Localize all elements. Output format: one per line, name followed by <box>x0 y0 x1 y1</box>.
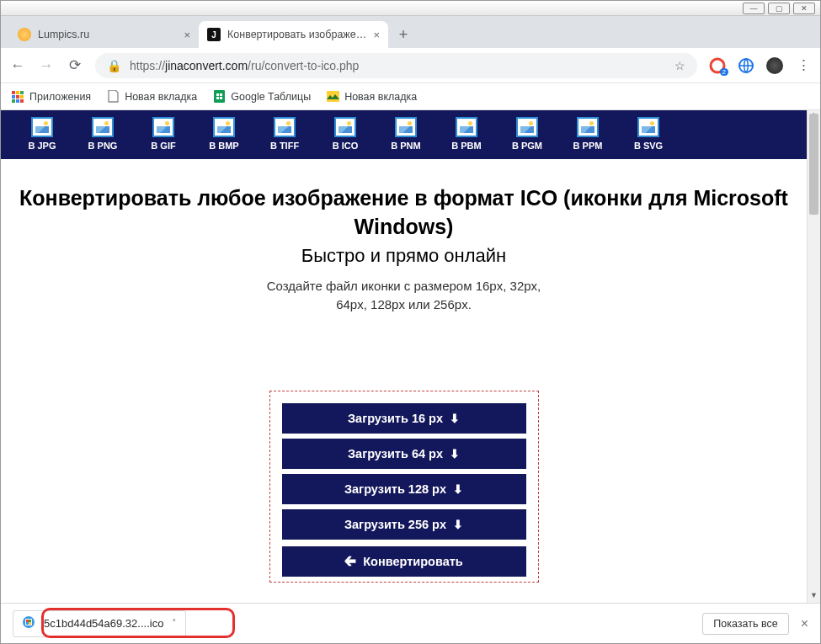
image-icon <box>334 117 356 137</box>
new-tab-button[interactable]: + <box>392 23 415 46</box>
page-icon <box>106 90 120 104</box>
svg-rect-19 <box>29 620 31 622</box>
back-button[interactable]: ← <box>9 57 26 74</box>
apps-icon <box>11 90 24 104</box>
download-label: Загрузить 256 px <box>344 518 446 531</box>
download-128px-button[interactable]: Загрузить 128 px ⬇ <box>282 474 526 504</box>
tab-strip: Lumpics.ru × J Конвертировать изображени… <box>1 16 820 48</box>
image-icon <box>577 117 599 137</box>
svg-rect-15 <box>327 91 339 102</box>
format-label: В PPM <box>573 141 603 151</box>
download-icon: ⬇ <box>453 482 463 496</box>
format-label: В PBM <box>451 141 481 151</box>
format-label: В ICO <box>333 141 359 151</box>
svg-rect-18 <box>26 620 29 622</box>
reload-button[interactable]: ⟳ <box>67 56 83 74</box>
downloaded-file-name: 5c1bd44d54a69.32....ico <box>44 617 163 630</box>
image-icon <box>395 117 417 137</box>
svg-rect-20 <box>26 622 29 625</box>
bookmark-label: Новая вкладка <box>344 91 417 103</box>
format-nav: В JPG В PNG В GIF В BMP В TIFF В ICO В P… <box>1 110 820 159</box>
download-256px-button[interactable]: Загрузить 256 px ⬇ <box>282 509 526 540</box>
bookmark-label: Google Таблицы <box>231 91 311 103</box>
bookmark-star-icon[interactable]: ☆ <box>674 59 685 72</box>
tab-title: Конвертировать изображения <box>227 29 366 40</box>
format-ppm[interactable]: В PPM <box>560 117 616 151</box>
download-64px-button[interactable]: Загрузить 64 px ⬇ <box>282 439 526 469</box>
download-label: Загрузить 16 px <box>348 412 443 425</box>
file-icon <box>22 615 35 631</box>
svg-rect-9 <box>16 99 19 103</box>
bookmark-apps[interactable]: Приложения <box>11 90 91 104</box>
format-pbm[interactable]: В PBM <box>439 117 494 151</box>
format-label: В JPG <box>28 141 56 151</box>
bookmark-label: Приложения <box>29 91 91 103</box>
download-16px-button[interactable]: Загрузить 16 px ⬇ <box>282 403 526 434</box>
menu-button[interactable]: ⋮ <box>795 56 812 74</box>
bookmarks-bar: Приложения Новая вкладка Google Таблицы … <box>1 83 820 110</box>
arrow-left-icon: 🡰 <box>344 555 356 568</box>
format-svg[interactable]: В SVG <box>621 117 676 151</box>
forward-button[interactable]: → <box>38 57 55 74</box>
favicon-icon <box>18 28 31 41</box>
chevron-up-icon[interactable]: ˄ <box>172 618 177 629</box>
download-icon: ⬇ <box>450 412 460 425</box>
format-tiff[interactable]: В TIFF <box>257 117 312 151</box>
svg-rect-6 <box>16 95 19 98</box>
tab-lumpics[interactable]: Lumpics.ru × <box>9 21 199 48</box>
svg-rect-3 <box>16 91 19 94</box>
svg-rect-21 <box>29 622 31 625</box>
extension-opera-icon[interactable]: 2 <box>709 57 726 74</box>
bookmark-newtab-2[interactable]: Новая вкладка <box>326 90 417 104</box>
format-gif[interactable]: В GIF <box>136 117 191 151</box>
bookmark-label: Новая вкладка <box>125 91 197 103</box>
image-icon <box>213 117 235 137</box>
format-label: В GIF <box>151 141 175 151</box>
download-label: Загрузить 64 px <box>348 447 443 460</box>
format-label: В PNG <box>88 141 118 151</box>
download-box: Загрузить 16 px ⬇ Загрузить 64 px ⬇ Загр… <box>269 391 539 583</box>
image-icon <box>31 117 53 137</box>
format-label: В BMP <box>209 141 238 151</box>
format-label: В PNM <box>391 141 420 151</box>
bookmark-sheets[interactable]: Google Таблицы <box>212 90 311 104</box>
page-subtitle: Быстро и прямо онлайн <box>18 245 790 267</box>
tab-close-icon[interactable]: × <box>184 29 190 41</box>
page-description: Создайте файл иконки с размером 16px, 32… <box>18 277 790 315</box>
page-title: Конвертировать любое изображение в форма… <box>18 184 790 242</box>
svg-rect-10 <box>20 99 24 103</box>
download-shelf: 5c1bd44d54a69.32....ico ˄ Показать все × <box>1 603 820 643</box>
toolbar: ← → ⟳ 🔒 https://jinaconvert.com/ru/conve… <box>1 48 820 83</box>
format-pnm[interactable]: В PNM <box>378 117 434 151</box>
download-label: Загрузить 128 px <box>344 482 446 496</box>
window-minimize-button[interactable]: — <box>743 3 765 14</box>
vertical-scrollbar[interactable]: ▲ ▼ <box>807 110 820 604</box>
address-bar[interactable]: 🔒 https://jinaconvert.com/ru/convert-to-… <box>95 53 697 78</box>
download-icon: ⬇ <box>450 447 460 460</box>
svg-rect-8 <box>12 99 15 103</box>
scroll-thumb[interactable] <box>809 114 818 215</box>
tab-close-icon[interactable]: × <box>373 29 380 41</box>
tab-jinaconvert[interactable]: J Конвертировать изображения × <box>199 21 388 48</box>
svg-rect-2 <box>12 91 15 94</box>
page-content: Конвертировать любое изображение в форма… <box>1 159 807 583</box>
extension-globe-icon[interactable] <box>738 57 754 74</box>
profile-avatar-icon[interactable] <box>766 57 783 74</box>
window-close-button[interactable]: ✕ <box>793 3 815 14</box>
format-label: В SVG <box>634 141 663 151</box>
close-shelf-button[interactable]: × <box>801 616 808 631</box>
page-viewport: В JPG В PNG В GIF В BMP В TIFF В ICO В P… <box>1 110 820 604</box>
format-png[interactable]: В PNG <box>75 117 131 151</box>
favicon-icon: J <box>207 28 221 41</box>
show-all-downloads-button[interactable]: Показать все <box>702 613 788 635</box>
format-bmp[interactable]: В BMP <box>196 117 252 151</box>
window-maximize-button[interactable]: ▢ <box>768 3 790 14</box>
format-label: В TIFF <box>270 141 299 151</box>
convert-label: Конвертировать <box>363 555 462 568</box>
format-ico[interactable]: В ICO <box>317 117 373 151</box>
convert-button[interactable]: 🡰 Конвертировать <box>282 546 526 577</box>
format-jpg[interactable]: В JPG <box>14 117 70 151</box>
format-pgm[interactable]: В PGM <box>499 117 555 151</box>
bookmark-newtab-1[interactable]: Новая вкладка <box>106 90 197 104</box>
downloaded-file-chip[interactable]: 5c1bd44d54a69.32....ico ˄ <box>13 610 186 637</box>
